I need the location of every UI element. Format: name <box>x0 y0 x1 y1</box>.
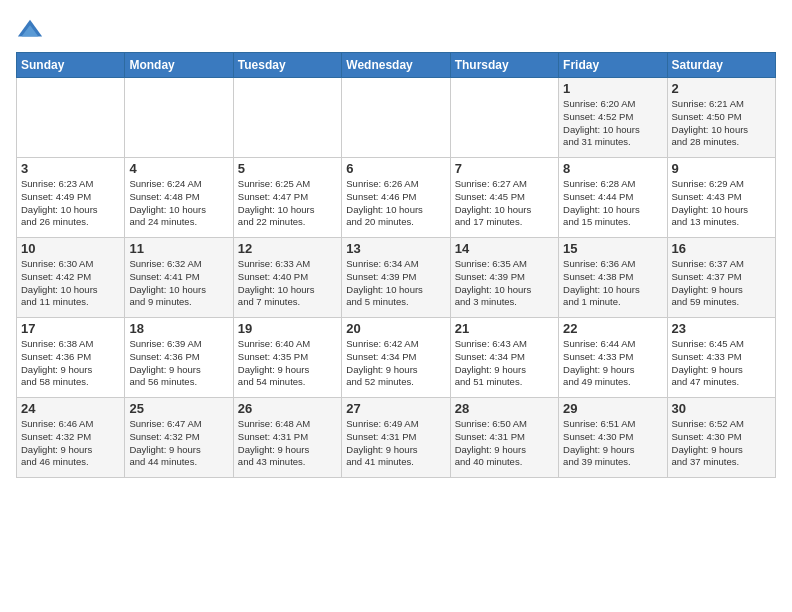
day-number: 14 <box>455 241 554 256</box>
day-number: 9 <box>672 161 771 176</box>
day-info: Sunrise: 6:39 AM Sunset: 4:36 PM Dayligh… <box>129 338 228 389</box>
column-header-thursday: Thursday <box>450 53 558 78</box>
day-info: Sunrise: 6:25 AM Sunset: 4:47 PM Dayligh… <box>238 178 337 229</box>
calendar-cell: 18Sunrise: 6:39 AM Sunset: 4:36 PM Dayli… <box>125 318 233 398</box>
calendar-cell: 17Sunrise: 6:38 AM Sunset: 4:36 PM Dayli… <box>17 318 125 398</box>
day-info: Sunrise: 6:27 AM Sunset: 4:45 PM Dayligh… <box>455 178 554 229</box>
day-number: 10 <box>21 241 120 256</box>
day-number: 5 <box>238 161 337 176</box>
day-info: Sunrise: 6:43 AM Sunset: 4:34 PM Dayligh… <box>455 338 554 389</box>
day-number: 24 <box>21 401 120 416</box>
day-number: 21 <box>455 321 554 336</box>
day-number: 4 <box>129 161 228 176</box>
calendar-cell: 19Sunrise: 6:40 AM Sunset: 4:35 PM Dayli… <box>233 318 341 398</box>
day-info: Sunrise: 6:48 AM Sunset: 4:31 PM Dayligh… <box>238 418 337 469</box>
day-info: Sunrise: 6:40 AM Sunset: 4:35 PM Dayligh… <box>238 338 337 389</box>
logo-icon <box>16 16 44 44</box>
calendar-cell: 23Sunrise: 6:45 AM Sunset: 4:33 PM Dayli… <box>667 318 775 398</box>
calendar-week-row: 17Sunrise: 6:38 AM Sunset: 4:36 PM Dayli… <box>17 318 776 398</box>
column-header-monday: Monday <box>125 53 233 78</box>
calendar-cell: 9Sunrise: 6:29 AM Sunset: 4:43 PM Daylig… <box>667 158 775 238</box>
day-info: Sunrise: 6:37 AM Sunset: 4:37 PM Dayligh… <box>672 258 771 309</box>
day-number: 26 <box>238 401 337 416</box>
day-number: 20 <box>346 321 445 336</box>
calendar-cell: 22Sunrise: 6:44 AM Sunset: 4:33 PM Dayli… <box>559 318 667 398</box>
calendar-cell: 6Sunrise: 6:26 AM Sunset: 4:46 PM Daylig… <box>342 158 450 238</box>
day-number: 3 <box>21 161 120 176</box>
day-info: Sunrise: 6:33 AM Sunset: 4:40 PM Dayligh… <box>238 258 337 309</box>
day-info: Sunrise: 6:29 AM Sunset: 4:43 PM Dayligh… <box>672 178 771 229</box>
day-info: Sunrise: 6:38 AM Sunset: 4:36 PM Dayligh… <box>21 338 120 389</box>
column-header-saturday: Saturday <box>667 53 775 78</box>
day-number: 22 <box>563 321 662 336</box>
calendar-header-row: SundayMondayTuesdayWednesdayThursdayFrid… <box>17 53 776 78</box>
calendar-cell: 29Sunrise: 6:51 AM Sunset: 4:30 PM Dayli… <box>559 398 667 478</box>
calendar-cell <box>125 78 233 158</box>
page-header <box>16 16 776 44</box>
day-info: Sunrise: 6:20 AM Sunset: 4:52 PM Dayligh… <box>563 98 662 149</box>
calendar-cell: 5Sunrise: 6:25 AM Sunset: 4:47 PM Daylig… <box>233 158 341 238</box>
day-number: 13 <box>346 241 445 256</box>
calendar-cell: 16Sunrise: 6:37 AM Sunset: 4:37 PM Dayli… <box>667 238 775 318</box>
calendar-cell <box>450 78 558 158</box>
calendar-cell: 12Sunrise: 6:33 AM Sunset: 4:40 PM Dayli… <box>233 238 341 318</box>
day-info: Sunrise: 6:50 AM Sunset: 4:31 PM Dayligh… <box>455 418 554 469</box>
column-header-wednesday: Wednesday <box>342 53 450 78</box>
day-info: Sunrise: 6:23 AM Sunset: 4:49 PM Dayligh… <box>21 178 120 229</box>
calendar-cell: 11Sunrise: 6:32 AM Sunset: 4:41 PM Dayli… <box>125 238 233 318</box>
column-header-friday: Friday <box>559 53 667 78</box>
calendar-cell: 27Sunrise: 6:49 AM Sunset: 4:31 PM Dayli… <box>342 398 450 478</box>
calendar-cell: 1Sunrise: 6:20 AM Sunset: 4:52 PM Daylig… <box>559 78 667 158</box>
day-number: 1 <box>563 81 662 96</box>
day-number: 11 <box>129 241 228 256</box>
day-info: Sunrise: 6:28 AM Sunset: 4:44 PM Dayligh… <box>563 178 662 229</box>
day-info: Sunrise: 6:45 AM Sunset: 4:33 PM Dayligh… <box>672 338 771 389</box>
day-number: 23 <box>672 321 771 336</box>
day-info: Sunrise: 6:47 AM Sunset: 4:32 PM Dayligh… <box>129 418 228 469</box>
calendar-cell <box>17 78 125 158</box>
calendar-cell: 3Sunrise: 6:23 AM Sunset: 4:49 PM Daylig… <box>17 158 125 238</box>
calendar-cell <box>342 78 450 158</box>
calendar-cell: 25Sunrise: 6:47 AM Sunset: 4:32 PM Dayli… <box>125 398 233 478</box>
day-number: 25 <box>129 401 228 416</box>
calendar-cell: 7Sunrise: 6:27 AM Sunset: 4:45 PM Daylig… <box>450 158 558 238</box>
calendar-cell: 30Sunrise: 6:52 AM Sunset: 4:30 PM Dayli… <box>667 398 775 478</box>
day-number: 30 <box>672 401 771 416</box>
day-number: 2 <box>672 81 771 96</box>
calendar-cell: 26Sunrise: 6:48 AM Sunset: 4:31 PM Dayli… <box>233 398 341 478</box>
calendar-cell: 14Sunrise: 6:35 AM Sunset: 4:39 PM Dayli… <box>450 238 558 318</box>
calendar-cell: 13Sunrise: 6:34 AM Sunset: 4:39 PM Dayli… <box>342 238 450 318</box>
day-info: Sunrise: 6:44 AM Sunset: 4:33 PM Dayligh… <box>563 338 662 389</box>
calendar-cell: 20Sunrise: 6:42 AM Sunset: 4:34 PM Dayli… <box>342 318 450 398</box>
day-number: 7 <box>455 161 554 176</box>
day-info: Sunrise: 6:46 AM Sunset: 4:32 PM Dayligh… <box>21 418 120 469</box>
calendar-cell: 24Sunrise: 6:46 AM Sunset: 4:32 PM Dayli… <box>17 398 125 478</box>
column-header-sunday: Sunday <box>17 53 125 78</box>
calendar-week-row: 10Sunrise: 6:30 AM Sunset: 4:42 PM Dayli… <box>17 238 776 318</box>
calendar-week-row: 1Sunrise: 6:20 AM Sunset: 4:52 PM Daylig… <box>17 78 776 158</box>
day-number: 18 <box>129 321 228 336</box>
calendar-cell: 4Sunrise: 6:24 AM Sunset: 4:48 PM Daylig… <box>125 158 233 238</box>
calendar-cell: 21Sunrise: 6:43 AM Sunset: 4:34 PM Dayli… <box>450 318 558 398</box>
day-info: Sunrise: 6:26 AM Sunset: 4:46 PM Dayligh… <box>346 178 445 229</box>
calendar-week-row: 3Sunrise: 6:23 AM Sunset: 4:49 PM Daylig… <box>17 158 776 238</box>
day-info: Sunrise: 6:34 AM Sunset: 4:39 PM Dayligh… <box>346 258 445 309</box>
calendar-table: SundayMondayTuesdayWednesdayThursdayFrid… <box>16 52 776 478</box>
calendar-cell: 15Sunrise: 6:36 AM Sunset: 4:38 PM Dayli… <box>559 238 667 318</box>
day-info: Sunrise: 6:24 AM Sunset: 4:48 PM Dayligh… <box>129 178 228 229</box>
day-number: 12 <box>238 241 337 256</box>
day-number: 8 <box>563 161 662 176</box>
day-info: Sunrise: 6:52 AM Sunset: 4:30 PM Dayligh… <box>672 418 771 469</box>
day-number: 6 <box>346 161 445 176</box>
day-number: 17 <box>21 321 120 336</box>
day-info: Sunrise: 6:36 AM Sunset: 4:38 PM Dayligh… <box>563 258 662 309</box>
day-info: Sunrise: 6:35 AM Sunset: 4:39 PM Dayligh… <box>455 258 554 309</box>
calendar-cell: 8Sunrise: 6:28 AM Sunset: 4:44 PM Daylig… <box>559 158 667 238</box>
logo <box>16 16 48 44</box>
day-number: 15 <box>563 241 662 256</box>
calendar-body: 1Sunrise: 6:20 AM Sunset: 4:52 PM Daylig… <box>17 78 776 478</box>
day-info: Sunrise: 6:49 AM Sunset: 4:31 PM Dayligh… <box>346 418 445 469</box>
calendar-cell <box>233 78 341 158</box>
day-info: Sunrise: 6:30 AM Sunset: 4:42 PM Dayligh… <box>21 258 120 309</box>
calendar-week-row: 24Sunrise: 6:46 AM Sunset: 4:32 PM Dayli… <box>17 398 776 478</box>
